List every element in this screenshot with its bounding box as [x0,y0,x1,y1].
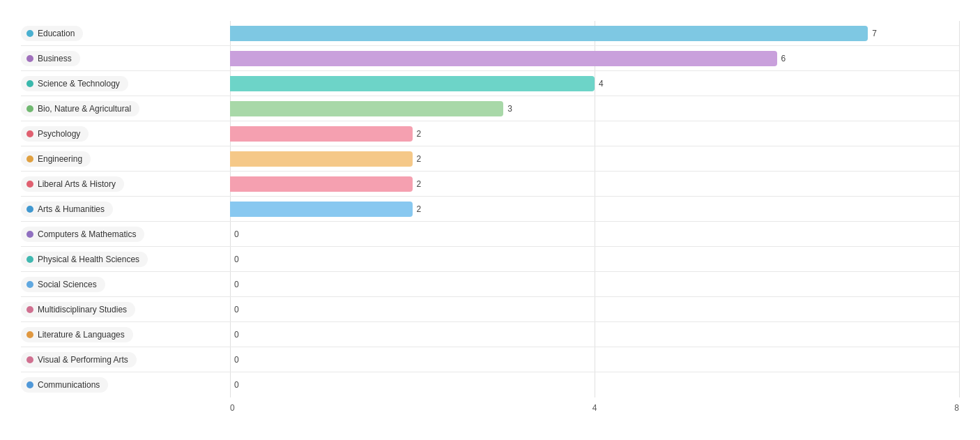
bar-fill [230,176,413,192]
bar-value-label: 0 [234,330,239,340]
bar-row: Communications0 [21,372,959,397]
bar-label: Communications [38,380,100,390]
bar-value-label: 2 [417,204,422,214]
x-axis-label: 0 [230,403,235,413]
bar-value-label: 2 [417,129,422,139]
bar-label: Liberal Arts & History [38,179,116,189]
bar-row: Education7 [21,21,959,46]
bar-row: Liberal Arts & History2 [21,172,959,197]
bar-value-label: 2 [417,154,422,164]
bar-area: 0 [230,227,959,242]
bar-dot [26,381,33,388]
bar-dot [26,231,33,238]
bar-area: 0 [230,252,959,267]
bar-area: 2 [230,126,959,142]
bar-area: 2 [230,202,959,217]
chart-container: Education7Business6Science & Technology4… [21,21,959,413]
bar-label: Visual & Performing Arts [38,355,128,365]
bar-row: Computers & Mathematics0 [21,222,959,247]
bar-row: Social Sciences0 [21,272,959,297]
bar-dot [26,356,33,363]
bar-dot [26,130,33,137]
bar-label: Computers & Mathematics [38,229,136,239]
bar-label: Physical & Health Sciences [38,255,139,264]
bar-fill [230,202,413,217]
bar-dot [26,206,33,213]
bar-label: Business [38,54,72,63]
bar-value-label: 0 [234,255,239,264]
bar-row: Bio, Nature & Agricultural3 [21,96,959,121]
bar-dot [26,306,33,313]
bar-label: Multidisciplinary Studies [38,305,127,314]
bar-row: Literature & Languages0 [21,322,959,347]
bar-area: 0 [230,302,959,317]
bar-fill [230,76,595,91]
bar-row: Business6 [21,46,959,71]
bar-area: 4 [230,76,959,91]
bar-fill [230,51,777,66]
bar-row: Engineering2 [21,146,959,172]
bar-value-label: 3 [507,104,512,114]
bar-label: Engineering [38,154,82,164]
bar-dot [26,105,33,112]
bar-dot [26,181,33,188]
bar-dot [26,281,33,288]
bar-area: 0 [230,352,959,367]
bar-fill [230,126,413,142]
bar-dot [26,331,33,338]
bar-value-label: 6 [781,54,786,63]
bar-area: 7 [230,26,959,41]
bar-area: 2 [230,176,959,192]
bar-label: Bio, Nature & Agricultural [38,104,131,114]
bar-value-label: 7 [872,29,877,38]
bar-row: Multidisciplinary Studies0 [21,297,959,322]
bar-row: Visual & Performing Arts0 [21,347,959,372]
bar-fill [230,26,868,41]
bar-value-label: 2 [417,179,422,189]
bar-dot [26,256,33,263]
bar-value-label: 0 [234,305,239,314]
bar-fill [230,101,503,116]
bar-value-label: 0 [234,355,239,365]
bar-area: 0 [230,277,959,292]
bar-label: Literature & Languages [38,330,125,340]
bar-row: Science & Technology4 [21,71,959,96]
bar-label: Psychology [38,129,80,139]
bar-dot [26,55,33,62]
bar-row: Physical & Health Sciences0 [21,247,959,272]
bar-label: Science & Technology [38,79,120,89]
bar-area: 0 [230,327,959,342]
bar-area: 3 [230,101,959,116]
bar-dot [26,155,33,162]
bar-dot [26,80,33,87]
bar-fill [230,151,413,167]
bar-label: Social Sciences [38,280,97,289]
bar-area: 0 [230,377,959,393]
bar-label: Education [38,29,75,38]
bar-area: 6 [230,51,959,66]
bar-dot [26,30,33,37]
bar-value-label: 0 [234,380,239,390]
bar-value-label: 0 [234,280,239,289]
bar-value-label: 4 [599,79,604,89]
bar-label: Arts & Humanities [38,204,105,214]
x-axis-label: 4 [592,403,597,413]
bar-row: Psychology2 [21,121,959,146]
bar-value-label: 0 [234,229,239,239]
bar-row: Arts & Humanities2 [21,197,959,222]
x-axis-label: 8 [954,403,959,413]
bar-area: 2 [230,151,959,167]
